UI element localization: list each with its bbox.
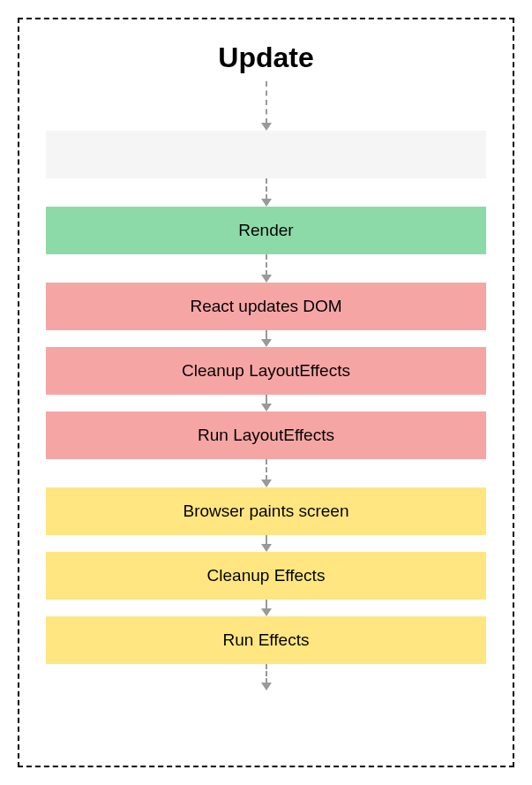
arrow-icon <box>261 600 272 616</box>
step-browser-paints-screen: Browser paints screen <box>46 487 486 535</box>
step-label: Render <box>238 221 293 240</box>
step-label: Run Effects <box>223 630 310 650</box>
arrow-icon <box>261 395 272 411</box>
arrow-icon <box>261 81 272 131</box>
diagram-title: Update <box>46 42 486 74</box>
step-empty <box>46 131 486 178</box>
arrow-icon <box>261 535 272 552</box>
step-label: Cleanup Effects <box>207 566 326 585</box>
diagram-container: Update Render React updates DOM <box>18 18 514 767</box>
step-run-layouteffects: Run LayoutEffects <box>46 411 486 459</box>
arrow-icon <box>261 178 272 207</box>
step-label: Run LayoutEffects <box>198 426 334 445</box>
arrow-icon <box>261 664 272 691</box>
step-label: React updates DOM <box>190 297 341 316</box>
arrow-icon <box>261 330 272 347</box>
arrow-icon <box>261 459 272 487</box>
step-label: Cleanup LayoutEffects <box>182 361 350 381</box>
step-cleanup-layouteffects: Cleanup LayoutEffects <box>46 347 486 395</box>
step-render: Render <box>46 207 486 254</box>
arrow-icon <box>261 254 272 283</box>
step-react-updates-dom: React updates DOM <box>46 283 486 330</box>
step-run-effects: Run Effects <box>46 616 486 664</box>
step-cleanup-effects: Cleanup Effects <box>46 552 486 600</box>
steps-wrapper: Render React updates DOM Cleanup LayoutE… <box>46 81 486 691</box>
step-label: Browser paints screen <box>184 502 349 521</box>
